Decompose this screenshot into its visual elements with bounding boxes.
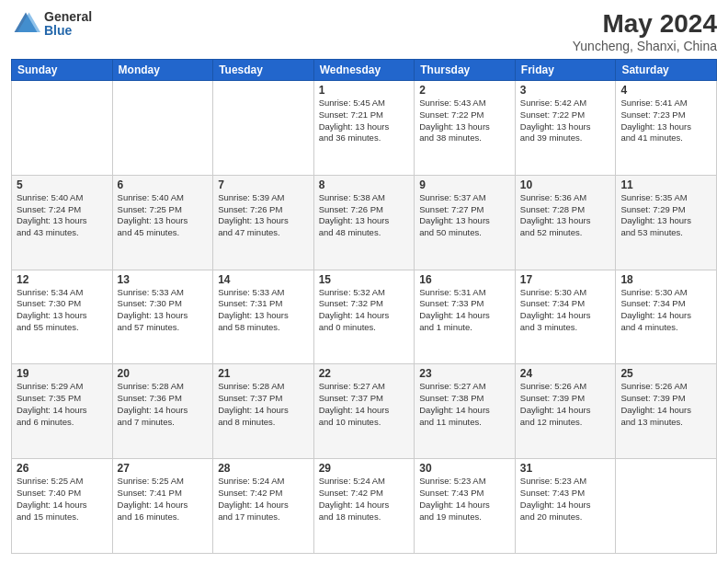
day-number: 6 — [118, 178, 209, 191]
day-detail: Sunrise: 5:28 AMSunset: 7:36 PMDaylight:… — [118, 381, 209, 428]
weekday-header-monday: Monday — [112, 60, 213, 81]
day-detail: Sunrise: 5:45 AMSunset: 7:21 PMDaylight:… — [319, 98, 410, 144]
day-number: 10 — [520, 178, 611, 191]
day-number: 11 — [620, 178, 711, 191]
day-number: 12 — [17, 273, 108, 286]
day-detail: Sunrise: 5:30 AMSunset: 7:34 PMDaylight:… — [520, 287, 611, 334]
calendar-subtitle: Yuncheng, Shanxi, China — [573, 39, 717, 53]
calendar-cell: 12Sunrise: 5:34 AMSunset: 7:30 PMDayligh… — [12, 270, 113, 364]
day-number: 26 — [17, 462, 108, 475]
calendar-cell — [616, 459, 717, 554]
weekday-header-wednesday: Wednesday — [313, 60, 415, 81]
day-number: 22 — [319, 367, 410, 380]
calendar-week-5: 26Sunrise: 5:25 AMSunset: 7:40 PMDayligh… — [12, 459, 717, 554]
day-detail: Sunrise: 5:28 AMSunset: 7:37 PMDaylight:… — [218, 381, 309, 428]
day-detail: Sunrise: 5:27 AMSunset: 7:37 PMDaylight:… — [319, 381, 410, 428]
calendar-cell: 24Sunrise: 5:26 AMSunset: 7:39 PMDayligh… — [515, 364, 616, 459]
day-number: 7 — [218, 178, 309, 191]
calendar-cell: 13Sunrise: 5:33 AMSunset: 7:30 PMDayligh… — [112, 270, 213, 364]
day-number: 4 — [620, 84, 711, 97]
day-number: 9 — [419, 178, 510, 191]
day-number: 25 — [620, 367, 711, 380]
title-block: May 2024 Yuncheng, Shanxi, China — [573, 9, 717, 53]
day-detail: Sunrise: 5:25 AMSunset: 7:41 PMDaylight:… — [118, 476, 209, 523]
day-number: 18 — [620, 273, 711, 286]
calendar-cell: 22Sunrise: 5:27 AMSunset: 7:37 PMDayligh… — [313, 364, 415, 459]
calendar-cell: 21Sunrise: 5:28 AMSunset: 7:37 PMDayligh… — [213, 364, 314, 459]
calendar-table: SundayMondayTuesdayWednesdayThursdayFrid… — [11, 59, 717, 554]
calendar-cell: 17Sunrise: 5:30 AMSunset: 7:34 PMDayligh… — [515, 270, 616, 364]
calendar-cell: 15Sunrise: 5:32 AMSunset: 7:32 PMDayligh… — [313, 270, 415, 364]
weekday-header-tuesday: Tuesday — [213, 60, 314, 81]
day-number: 28 — [218, 462, 309, 475]
calendar-cell: 26Sunrise: 5:25 AMSunset: 7:40 PMDayligh… — [12, 459, 113, 554]
day-number: 27 — [118, 462, 209, 475]
day-detail: Sunrise: 5:32 AMSunset: 7:32 PMDaylight:… — [319, 287, 410, 334]
day-number: 8 — [319, 178, 410, 191]
day-detail: Sunrise: 5:27 AMSunset: 7:38 PMDaylight:… — [419, 381, 510, 428]
calendar-cell: 8Sunrise: 5:38 AMSunset: 7:26 PMDaylight… — [313, 175, 415, 270]
day-number: 2 — [419, 84, 510, 97]
calendar-cell: 9Sunrise: 5:37 AMSunset: 7:27 PMDaylight… — [415, 175, 516, 270]
calendar-cell: 27Sunrise: 5:25 AMSunset: 7:41 PMDayligh… — [112, 459, 213, 554]
calendar-cell: 2Sunrise: 5:43 AMSunset: 7:22 PMDaylight… — [415, 81, 516, 176]
day-detail: Sunrise: 5:41 AMSunset: 7:23 PMDaylight:… — [620, 98, 711, 144]
weekday-header-row: SundayMondayTuesdayWednesdayThursdayFrid… — [12, 60, 717, 81]
calendar-cell: 29Sunrise: 5:24 AMSunset: 7:42 PMDayligh… — [313, 459, 415, 554]
logo: General Blue — [11, 9, 92, 39]
calendar-cell — [12, 81, 113, 176]
calendar-cell: 14Sunrise: 5:33 AMSunset: 7:31 PMDayligh… — [213, 270, 314, 364]
calendar-week-2: 5Sunrise: 5:40 AMSunset: 7:24 PMDaylight… — [12, 175, 717, 270]
calendar-week-3: 12Sunrise: 5:34 AMSunset: 7:30 PMDayligh… — [12, 270, 717, 364]
day-number: 15 — [319, 273, 410, 286]
day-detail: Sunrise: 5:40 AMSunset: 7:25 PMDaylight:… — [118, 192, 209, 239]
calendar-title: May 2024 — [573, 9, 717, 39]
weekday-header-saturday: Saturday — [616, 60, 717, 81]
day-detail: Sunrise: 5:35 AMSunset: 7:29 PMDaylight:… — [620, 192, 711, 239]
day-number: 20 — [118, 367, 209, 380]
day-number: 5 — [17, 178, 108, 191]
day-number: 23 — [419, 367, 510, 380]
day-detail: Sunrise: 5:42 AMSunset: 7:22 PMDaylight:… — [520, 98, 611, 144]
day-number: 17 — [520, 273, 611, 286]
calendar-body: 1Sunrise: 5:45 AMSunset: 7:21 PMDaylight… — [12, 81, 717, 554]
day-number: 13 — [118, 273, 209, 286]
calendar-cell: 31Sunrise: 5:23 AMSunset: 7:43 PMDayligh… — [515, 459, 616, 554]
day-detail: Sunrise: 5:38 AMSunset: 7:26 PMDaylight:… — [319, 192, 410, 239]
day-number: 19 — [17, 367, 108, 380]
day-detail: Sunrise: 5:24 AMSunset: 7:42 PMDaylight:… — [218, 476, 309, 523]
calendar-cell: 1Sunrise: 5:45 AMSunset: 7:21 PMDaylight… — [313, 81, 415, 176]
day-detail: Sunrise: 5:34 AMSunset: 7:30 PMDaylight:… — [17, 287, 108, 334]
calendar-cell: 3Sunrise: 5:42 AMSunset: 7:22 PMDaylight… — [515, 81, 616, 176]
calendar-cell: 18Sunrise: 5:30 AMSunset: 7:34 PMDayligh… — [616, 270, 717, 364]
calendar-cell: 19Sunrise: 5:29 AMSunset: 7:35 PMDayligh… — [12, 364, 113, 459]
day-number: 31 — [520, 462, 611, 475]
logo-icon — [11, 9, 40, 39]
logo-text: General Blue — [44, 10, 92, 39]
day-detail: Sunrise: 5:37 AMSunset: 7:27 PMDaylight:… — [419, 192, 510, 239]
calendar-cell: 11Sunrise: 5:35 AMSunset: 7:29 PMDayligh… — [616, 175, 717, 270]
calendar-cell: 7Sunrise: 5:39 AMSunset: 7:26 PMDaylight… — [213, 175, 314, 270]
day-detail: Sunrise: 5:23 AMSunset: 7:43 PMDaylight:… — [419, 476, 510, 523]
day-detail: Sunrise: 5:29 AMSunset: 7:35 PMDaylight:… — [17, 381, 108, 428]
day-number: 21 — [218, 367, 309, 380]
day-detail: Sunrise: 5:30 AMSunset: 7:34 PMDaylight:… — [620, 287, 711, 334]
calendar-cell: 20Sunrise: 5:28 AMSunset: 7:36 PMDayligh… — [112, 364, 213, 459]
day-detail: Sunrise: 5:26 AMSunset: 7:39 PMDaylight:… — [620, 381, 711, 428]
page: General Blue May 2024 Yuncheng, Shanxi, … — [0, 0, 728, 563]
day-detail: Sunrise: 5:24 AMSunset: 7:42 PMDaylight:… — [319, 476, 410, 523]
calendar-week-1: 1Sunrise: 5:45 AMSunset: 7:21 PMDaylight… — [12, 81, 717, 176]
day-number: 30 — [419, 462, 510, 475]
calendar-cell: 23Sunrise: 5:27 AMSunset: 7:38 PMDayligh… — [415, 364, 516, 459]
day-number: 14 — [218, 273, 309, 286]
logo-blue-text: Blue — [44, 24, 92, 38]
calendar-cell: 25Sunrise: 5:26 AMSunset: 7:39 PMDayligh… — [616, 364, 717, 459]
day-number: 1 — [319, 84, 410, 97]
calendar-cell: 28Sunrise: 5:24 AMSunset: 7:42 PMDayligh… — [213, 459, 314, 554]
day-number: 16 — [419, 273, 510, 286]
day-number: 29 — [319, 462, 410, 475]
day-detail: Sunrise: 5:43 AMSunset: 7:22 PMDaylight:… — [419, 98, 510, 144]
day-detail: Sunrise: 5:33 AMSunset: 7:30 PMDaylight:… — [118, 287, 209, 334]
day-detail: Sunrise: 5:36 AMSunset: 7:28 PMDaylight:… — [520, 192, 611, 239]
day-detail: Sunrise: 5:25 AMSunset: 7:40 PMDaylight:… — [17, 476, 108, 523]
